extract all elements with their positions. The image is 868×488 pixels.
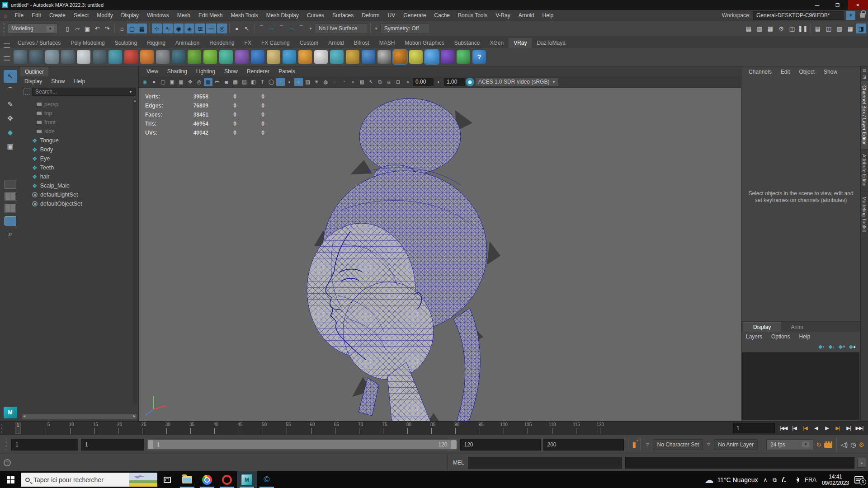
timeline-tick[interactable]: 5 xyxy=(22,422,46,435)
snap-grid-icon[interactable]: ⊹ xyxy=(152,23,162,33)
loop-icon[interactable]: ↻ xyxy=(816,441,821,448)
selection-highlight-icon[interactable]: ↖ xyxy=(367,78,375,86)
textured-icon[interactable]: ◐ xyxy=(285,78,294,86)
outliner-menu-item[interactable]: Show xyxy=(47,78,69,84)
animation-end-field[interactable]: 200 xyxy=(543,439,624,450)
filter-icon[interactable] xyxy=(23,89,30,95)
timeline-tick[interactable]: 35 xyxy=(167,422,191,435)
paint-select-tool[interactable]: ✎ xyxy=(4,98,17,111)
menu-set-select[interactable]: Modeling▼ xyxy=(8,23,57,33)
workspace-select[interactable]: General-DESKTOP-C96IEDB* xyxy=(753,11,844,20)
safe-title-icon[interactable]: T xyxy=(258,78,267,86)
animation-preferences-icon[interactable]: ⚙ xyxy=(859,441,864,448)
chevron-down-icon[interactable]: ▽ xyxy=(707,442,710,446)
new-scene-icon[interactable]: ▯ xyxy=(62,23,72,33)
timeline-tick[interactable]: 75 xyxy=(359,422,383,435)
shelf-grip[interactable] xyxy=(4,43,10,48)
clock[interactable]: 14:41 09/02/2023 xyxy=(822,474,849,486)
layout-current-button[interactable] xyxy=(5,216,16,225)
outliner-item[interactable]: ❖ Scalp_Male xyxy=(32,181,138,190)
shelf-tab[interactable]: Curves / Surfaces xyxy=(13,38,66,48)
timeline-tick[interactable]: 100 xyxy=(480,422,504,435)
outliner-item[interactable]: ❖ persp xyxy=(32,100,138,109)
save-scene-icon[interactable]: ▣ xyxy=(82,23,92,33)
playback-end-field[interactable]: 120 xyxy=(460,439,541,450)
menu-item[interactable]: Mesh Display xyxy=(262,12,303,19)
go-to-end-button[interactable]: ▶▶| xyxy=(854,423,864,433)
viewport-menu-item[interactable]: View xyxy=(142,68,162,75)
timeline-tick[interactable]: 90 xyxy=(432,422,456,435)
timeline-tick[interactable]: 50 xyxy=(239,422,263,435)
zoom-tool-icon[interactable]: ⌕ xyxy=(4,228,17,240)
plugin-shapes-icon[interactable]: ⧉ xyxy=(376,78,384,86)
fps-select[interactable]: 24 fps▼ xyxy=(766,439,813,450)
help-icon[interactable]: ? xyxy=(4,459,11,466)
shelf-tab[interactable]: Poly Modeling xyxy=(66,38,109,48)
playblast-icon[interactable] xyxy=(824,441,832,448)
layout-single-pane-button[interactable] xyxy=(5,180,16,189)
outliner-item[interactable]: ❖ front xyxy=(32,118,138,127)
play-forward-button[interactable]: ▶ xyxy=(822,423,832,433)
grid-icon[interactable]: ▦ xyxy=(204,78,212,86)
menu-item[interactable]: Deform xyxy=(358,12,383,19)
time-slider-grip[interactable] xyxy=(1,424,4,433)
shelf-tab[interactable]: FX xyxy=(240,38,256,48)
timeline-tick[interactable]: 15 xyxy=(71,422,94,435)
menu-item[interactable]: Mesh Tools xyxy=(226,12,262,19)
xray-icon[interactable]: ▧ xyxy=(358,78,366,86)
outliner-vertical-scrollbar[interactable] xyxy=(133,99,137,404)
surface-snap-icon[interactable]: ⌒ xyxy=(297,23,307,33)
menu-item[interactable]: UV xyxy=(384,12,400,19)
step-forward-key-button[interactable]: ▶| xyxy=(833,423,843,433)
lock-camera-icon[interactable]: ● xyxy=(150,78,158,86)
snap-together-icon[interactable]: ⌒ xyxy=(257,23,267,33)
shelf-icon-sphere-wire[interactable] xyxy=(14,50,27,64)
sidebar-tab[interactable]: Channel Box / Layer Editor xyxy=(861,81,868,150)
channel-box-menu-item[interactable]: Object xyxy=(794,69,819,75)
shadows-icon[interactable]: ▨ xyxy=(303,78,312,86)
animation-start-field[interactable]: 1 xyxy=(11,439,78,450)
sidebar-tab[interactable]: Modeling Toolkit xyxy=(861,192,868,237)
gate-mask-icon[interactable]: ▩ xyxy=(231,78,240,86)
viewport-menu-item[interactable]: Show xyxy=(220,68,242,75)
home-icon[interactable]: ⌂ xyxy=(4,12,7,19)
outliner-item[interactable]: ❖ defaultLightSet xyxy=(32,190,138,199)
live-surface-field[interactable]: No Live Surface xyxy=(315,23,368,33)
command-language-label[interactable]: MEL xyxy=(453,460,464,466)
shelf-tab[interactable]: Sculpting xyxy=(110,38,142,48)
shelf-tab[interactable]: Custom xyxy=(295,38,323,48)
character-set-select[interactable]: No Character Set xyxy=(653,439,703,450)
command-input[interactable] xyxy=(468,457,622,469)
move-layer-down-icon[interactable]: ◆↓ xyxy=(828,343,835,350)
exposure-icon[interactable]: ◑ xyxy=(403,78,412,86)
taskbar-search-input[interactable]: Taper ici pour rechercher xyxy=(21,473,157,487)
outliner-menu-item[interactable]: Help xyxy=(70,78,89,84)
anim-layer-select[interactable]: No Anim Layer xyxy=(714,439,758,450)
shelf-tab[interactable]: MASH xyxy=(374,38,400,48)
color-management-icon[interactable]: ⬤ xyxy=(466,78,474,86)
shelf-icon-fur[interactable] xyxy=(219,50,233,64)
viewport-menu-item[interactable]: Renderer xyxy=(243,68,274,75)
shelf-icon-sand-curve[interactable] xyxy=(267,50,280,64)
layer-list[interactable] xyxy=(742,352,859,420)
shelf-icon-blue-sphere[interactable] xyxy=(251,50,264,64)
use-all-lights-icon[interactable]: ◈ xyxy=(294,78,303,86)
field-chart-icon[interactable]: ▤ xyxy=(240,78,249,86)
notification-icon[interactable]: 3 xyxy=(854,476,863,483)
render-settings-icon[interactable]: ⚙ xyxy=(776,23,786,33)
new-layer-icon[interactable]: ◆+ xyxy=(839,343,845,350)
shelf-icon-eyedropper[interactable] xyxy=(61,50,75,64)
channel-box-menu-item[interactable]: Show xyxy=(819,69,842,75)
play-backward-button[interactable]: ◀ xyxy=(811,423,821,433)
gamma-icon[interactable]: ◐ xyxy=(434,78,443,86)
channel-box-toggle-icon[interactable]: ▥ xyxy=(835,23,844,33)
shelf-icon-vray-logo[interactable] xyxy=(441,50,454,64)
timeline-tick[interactable]: 10 xyxy=(46,422,70,435)
shelf-tab[interactable]: Animation xyxy=(170,38,204,48)
pin-icon[interactable]: ◪ xyxy=(863,75,867,79)
texture-placement-icon[interactable]: ⧈ xyxy=(385,78,393,86)
channel-box-menu-item[interactable]: Channels xyxy=(744,69,776,75)
timeline-tick[interactable]: 60 xyxy=(287,422,311,435)
time-sync-icon[interactable]: ◷ xyxy=(850,441,856,448)
shelf-tab[interactable]: Motion Graphics xyxy=(400,38,449,48)
